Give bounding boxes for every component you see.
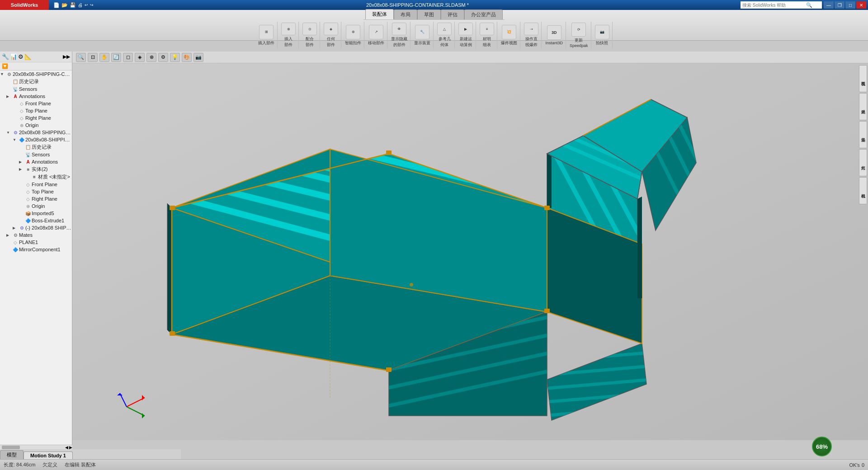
tool-insert-part[interactable]: ⊞ 插入部件 (255, 22, 278, 49)
insert-sub-icon[interactable]: ⊕ (281, 23, 296, 35)
config-icon[interactable]: ⚙ (18, 53, 24, 60)
tool-smart[interactable]: ⊛ 智能扣件 (342, 22, 364, 49)
tree-item-mirror[interactable]: 🔷 MirrorComponent1 (0, 246, 72, 253)
btab-motion[interactable]: Motion Study 1 (24, 451, 73, 459)
tree-item-sub-right[interactable]: ◇ Right Plane (0, 195, 72, 202)
show-hide-icon[interactable]: 👁 (392, 23, 406, 35)
rpanel-display[interactable]: 外观 (859, 93, 867, 120)
explode-icon[interactable]: 💥 (502, 25, 516, 39)
tool-insert-sub[interactable]: ⊕ 插入部件 (278, 22, 299, 49)
smart-icon[interactable]: ⊛ (346, 25, 360, 39)
tree-item-sub-top[interactable]: ◇ Top Plane (0, 188, 72, 195)
tree-item-history[interactable]: 📋 历史记录 (0, 78, 72, 85)
tree-item-subassy[interactable]: ▼ ⚙ 20x08x08 SHIPPING CONT (0, 129, 72, 136)
tab-sketch[interactable]: 草图 (417, 9, 441, 19)
tree-item-annotations[interactable]: ▶ A Annotations (0, 93, 72, 100)
tree-item-sub-history[interactable]: 📋 历史记录 (0, 143, 72, 151)
qat-new[interactable]: 📄 (52, 2, 61, 8)
mate-icon[interactable]: ⊙ (302, 23, 317, 35)
ref-geo-icon[interactable]: △ (437, 23, 452, 35)
search-input[interactable] (741, 3, 806, 8)
vt-zoom-in[interactable]: 🔍 (76, 53, 86, 62)
bom-icon[interactable]: ≡ (480, 23, 494, 35)
tree-item-front-plane[interactable]: ◇ Front Plane (0, 100, 72, 107)
instant3d-icon[interactable]: 3D (547, 25, 561, 40)
qat-undo[interactable]: ↩ (84, 3, 89, 7)
scroll-right[interactable]: ▶ (69, 445, 72, 450)
search-icon[interactable]: 🔍 (806, 2, 812, 8)
tree-item-imported5[interactable]: 📦 Imported5 (0, 210, 72, 217)
btab-model[interactable]: 模型 (0, 450, 24, 459)
tree-item-subassy2[interactable]: ▶ ⚙ (-) 20x08x08 SHIPPING CO (0, 224, 72, 231)
vt-view-settings[interactable]: ⚙ (158, 53, 168, 62)
tab-layout[interactable]: 布局 (394, 9, 417, 19)
tree-item-sub-front[interactable]: ◇ Front Plane (0, 181, 72, 188)
explode-line-icon[interactable]: ⇢ (524, 23, 538, 35)
vt-rotate[interactable]: 🔄 (111, 53, 121, 62)
tool-any[interactable]: ◈ 任何部件 (321, 22, 341, 49)
minimize-button[interactable]: — (824, 1, 834, 9)
vt-zoom-fit[interactable]: ⊡ (88, 53, 98, 62)
tree-item-subpart[interactable]: ▼ 🔷 20x08x08-SHIPPING-CO (0, 136, 72, 143)
tool-snapshot[interactable]: 📷 拍快照 (592, 22, 613, 49)
qat-open[interactable]: 📂 (61, 2, 69, 8)
rpanel-view[interactable]: 视图 (859, 65, 867, 92)
qat-print[interactable]: 🖨 (77, 2, 84, 8)
tool-instant3d[interactable]: 3D Instant3D (542, 22, 566, 49)
rpanel-camera2[interactable]: 相机 (859, 177, 867, 204)
expand-icon[interactable]: ▶▶ (63, 54, 70, 60)
display-icon[interactable]: 🔧 (415, 25, 429, 39)
vt-display-mode[interactable]: ◈ (135, 53, 145, 62)
tool-display[interactable]: 🔧 显示装置 (411, 22, 434, 49)
insert-part-icon[interactable]: ⊞ (259, 25, 274, 39)
any-icon[interactable]: ◈ (324, 23, 338, 35)
vt-pan[interactable]: ✋ (99, 53, 109, 62)
vt-section[interactable]: ⊗ (146, 53, 156, 62)
tab-evaluate[interactable]: 评估 (441, 9, 464, 19)
tree-item-top-plane[interactable]: ◇ Top Plane (0, 107, 72, 114)
tool-explode-line[interactable]: ⇢ 操作直线爆炸 (521, 22, 542, 49)
tree-item-root[interactable]: ▼ ⚙ 20x08x08-SHIPPING-CONTAI (0, 70, 72, 78)
move-icon[interactable]: ↗ (369, 25, 383, 39)
tree-item-sub-material[interactable]: ≡ 材质 <未指定> (0, 173, 72, 181)
tree-item-right-plane[interactable]: ◇ Right Plane (0, 114, 72, 122)
qat-redo[interactable]: ↪ (89, 3, 94, 7)
tool-mate[interactable]: ⊙ 配合部件 (300, 22, 320, 49)
vt-camera[interactable]: 📷 (193, 53, 203, 62)
tree-item-sub-solids[interactable]: ▶ ■ 实体(2) (0, 165, 72, 173)
close-button[interactable]: ✕ (856, 1, 866, 9)
tool-bom[interactable]: ≡ 材明细表 (477, 22, 497, 49)
maximize-button[interactable]: □ (845, 1, 855, 9)
tool-speedpak[interactable]: ⟳ 更新Speedpak (567, 22, 591, 49)
tool-move[interactable]: ↗ 移动部件 (365, 22, 387, 49)
tree-item-sub-annotations[interactable]: ▶ A Annotations (0, 158, 72, 165)
tab-assembly[interactable]: 装配体 (365, 9, 394, 19)
leftpanel-hscroll[interactable]: ◀ ▶ (0, 445, 72, 449)
snapshot-icon[interactable]: 📷 (595, 25, 609, 39)
tree-item-sub-origin[interactable]: ⊕ Origin (0, 202, 72, 210)
feature-mgr-icon[interactable]: 🔧 (2, 53, 9, 60)
tree-item-plane1[interactable]: ◇ PLANE1 (0, 239, 72, 246)
tool-ref-geo[interactable]: △ 参考几何体 (434, 22, 455, 49)
tree-item-sub-sensors[interactable]: 📡 Sensors (0, 151, 72, 158)
restore-button[interactable]: ❐ (835, 1, 844, 9)
vt-view-orient[interactable]: ◻ (123, 53, 133, 62)
scroll-left[interactable]: ◀ (65, 445, 69, 450)
rpanel-scene[interactable]: 场景 (859, 121, 867, 148)
tree-item-sensors[interactable]: 📡 Sensors (0, 85, 72, 93)
property-icon[interactable]: 📊 (10, 53, 17, 60)
vt-lights[interactable]: 💡 (170, 53, 180, 62)
tool-show-hide[interactable]: 👁 显示隐藏的部件 (388, 22, 410, 49)
tool-motion[interactable]: ▶ 新建运动算例 (456, 22, 476, 49)
filter-icon[interactable]: 🔽 (2, 63, 8, 69)
tool-explode[interactable]: 💥 爆炸视图 (498, 22, 520, 49)
vt-appearance[interactable]: 🎨 (182, 53, 192, 62)
qat-save[interactable]: 💾 (69, 2, 77, 8)
tab-office[interactable]: 办公室产品 (464, 9, 503, 19)
speedpak-icon[interactable]: ⟳ (571, 23, 586, 37)
3d-viewport[interactable] (72, 63, 868, 440)
tree-item-mates[interactable]: ▶ ⚙ Mates (0, 231, 72, 239)
motion-icon[interactable]: ▶ (458, 23, 473, 35)
dimxpert-icon[interactable]: 📐 (24, 53, 32, 60)
tree-item-boss-extrude[interactable]: 🔷 Boss-Extrude1 (0, 217, 72, 224)
